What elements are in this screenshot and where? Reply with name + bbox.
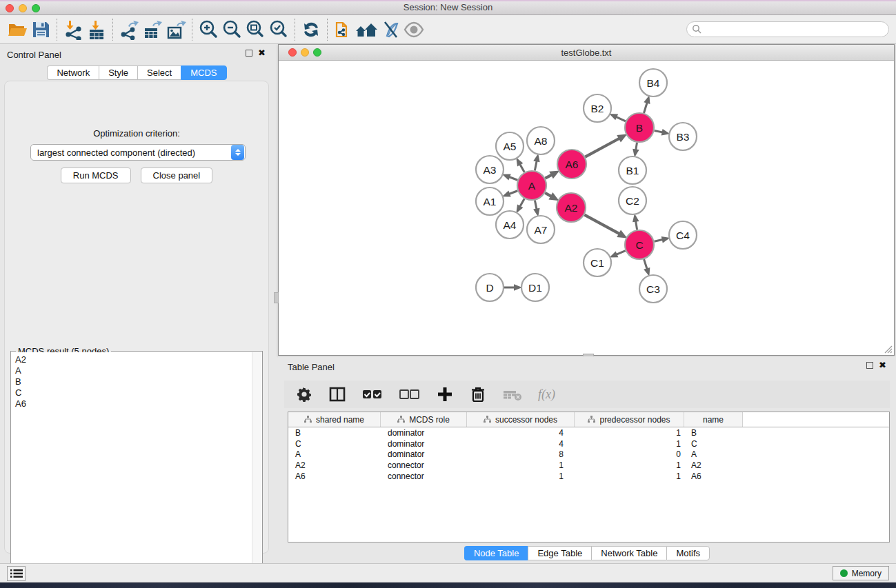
network-edge-A6-B[interactable] xyxy=(585,134,627,157)
close-panel-icon[interactable]: ✖ xyxy=(258,50,266,57)
table-cell[interactable]: 4 xyxy=(467,439,575,449)
close-table-panel-icon[interactable]: ✖ xyxy=(879,362,886,369)
network-edge-A-A3[interactable] xyxy=(502,174,518,180)
delete-table-icon[interactable] xyxy=(502,384,523,405)
table-cell[interactable]: B xyxy=(684,428,743,438)
table-cell[interactable]: B xyxy=(288,428,381,438)
network-edge-C-C1[interactable] xyxy=(609,251,625,258)
tab-mcds[interactable]: MCDS xyxy=(181,65,226,80)
network-node-C4[interactable]: C4 xyxy=(669,221,697,249)
function-builder-icon[interactable]: f(x) xyxy=(538,387,555,402)
network-edge-A-A8[interactable] xyxy=(533,154,539,171)
network-node-D1[interactable]: D1 xyxy=(521,274,549,301)
table-cell[interactable]: 0 xyxy=(575,449,684,459)
table-cell[interactable]: 1 xyxy=(467,472,575,481)
column-header-successor-nodes[interactable]: successor nodes xyxy=(467,412,575,427)
tab-network[interactable]: Network xyxy=(47,65,99,80)
zoom-in-icon[interactable] xyxy=(197,18,220,41)
mcds-result-item[interactable]: A xyxy=(15,365,248,376)
apply-layout-icon[interactable] xyxy=(299,18,323,41)
task-history-button[interactable] xyxy=(7,566,26,581)
mcds-result-item[interactable]: A2 xyxy=(15,354,248,365)
select-all-icon[interactable] xyxy=(361,384,384,405)
network-edge-A-A4[interactable] xyxy=(516,199,524,213)
table-cell[interactable]: A6 xyxy=(288,472,381,481)
table-cell[interactable]: 1 xyxy=(575,439,684,449)
zoom-selected-icon[interactable] xyxy=(267,18,290,41)
close-panel-button[interactable]: Close panel xyxy=(141,168,213,183)
mcds-result-item[interactable]: A6 xyxy=(15,398,248,409)
table-cell[interactable]: dominator xyxy=(381,449,467,459)
network-edge-B-B1[interactable] xyxy=(633,143,639,158)
table-row[interactable]: A2connector11A2 xyxy=(288,460,889,471)
network-node-A1[interactable]: A1 xyxy=(476,187,504,215)
table-cell[interactable]: dominator xyxy=(381,439,467,449)
network-node-B2[interactable]: B2 xyxy=(584,94,611,122)
table-row[interactable]: A6connector11A6 xyxy=(288,471,889,482)
network-node-A6[interactable]: A6 xyxy=(557,150,586,179)
network-window-titlebar[interactable]: testGlobe.txt xyxy=(279,45,894,61)
show-hide-graphics-icon[interactable] xyxy=(402,18,426,41)
network-node-B1[interactable]: B1 xyxy=(619,156,646,184)
table-cell[interactable]: A2 xyxy=(684,460,743,470)
table-row[interactable]: Cdominator41C xyxy=(288,438,889,449)
export-image-icon[interactable] xyxy=(164,18,188,41)
network-canvas[interactable]: B4B2BB3A5A8A6A3B1AA1C2A2A4A7C4CC1C3DD1 xyxy=(279,61,894,355)
network-node-A4[interactable]: A4 xyxy=(496,211,524,239)
network-node-A3[interactable]: A3 xyxy=(476,156,504,183)
hide-annotations-icon[interactable] xyxy=(379,18,402,41)
network-node-A5[interactable]: A5 xyxy=(496,132,524,160)
import-network-icon[interactable] xyxy=(61,18,85,41)
node-table[interactable]: shared nameMCDS rolesuccessor nodesprede… xyxy=(288,412,890,543)
export-table-icon[interactable] xyxy=(141,18,164,41)
table-cell[interactable]: A xyxy=(684,449,743,459)
result-scrollbar[interactable] xyxy=(252,352,261,584)
search-field[interactable] xyxy=(686,21,889,37)
network-node-B4[interactable]: B4 xyxy=(639,69,667,97)
zoom-out-icon[interactable] xyxy=(220,18,243,41)
float-panel-icon[interactable] xyxy=(246,50,252,57)
network-edge-D-D1[interactable] xyxy=(504,284,522,291)
network-node-A2[interactable]: A2 xyxy=(557,193,586,222)
tab-network-table[interactable]: Network Table xyxy=(591,546,666,560)
network-node-C2[interactable]: C2 xyxy=(619,187,646,214)
search-input[interactable] xyxy=(702,23,888,36)
table-cell[interactable]: 8 xyxy=(467,449,575,459)
import-table-icon[interactable] xyxy=(85,18,108,41)
table-cell[interactable]: 1 xyxy=(467,460,575,470)
tab-select[interactable]: Select xyxy=(137,65,181,80)
table-cell[interactable]: A6 xyxy=(684,472,743,481)
table-row[interactable]: Adominator80A xyxy=(288,449,889,460)
network-edge-A-A5[interactable] xyxy=(516,158,524,172)
network-edge-A-A1[interactable] xyxy=(502,191,518,197)
network-edge-A-A2[interactable] xyxy=(545,192,559,201)
table-cell[interactable]: 1 xyxy=(575,428,684,438)
network-edge-C-C2[interactable] xyxy=(633,214,639,230)
criterion-dropdown[interactable]: largest connected component (directed) xyxy=(30,144,246,161)
table-cell[interactable]: connector xyxy=(381,460,467,470)
network-edge-C-C4[interactable] xyxy=(654,236,670,243)
splitter-handle[interactable] xyxy=(274,292,279,303)
network-node-B[interactable]: B xyxy=(625,113,654,142)
network-edge-B-B3[interactable] xyxy=(655,129,670,135)
zoom-fit-icon[interactable] xyxy=(243,18,267,41)
table-cell[interactable]: dominator xyxy=(381,428,467,438)
network-edge-B-B4[interactable] xyxy=(644,95,650,113)
network-node-C[interactable]: C xyxy=(625,230,654,259)
run-mcds-button[interactable]: Run MCDS xyxy=(61,168,131,183)
network-edge-A-A6[interactable] xyxy=(545,170,559,179)
add-column-icon[interactable] xyxy=(436,384,454,405)
table-cell[interactable]: C xyxy=(288,439,381,449)
column-header-shared-name[interactable]: shared name xyxy=(288,412,381,427)
table-cell[interactable]: 4 xyxy=(467,428,575,438)
tab-motifs[interactable]: Motifs xyxy=(666,546,710,560)
network-edge-A2-C[interactable] xyxy=(584,215,627,239)
network-document-icon[interactable] xyxy=(332,18,355,41)
home-icon[interactable] xyxy=(355,18,379,41)
column-header-predecessor-nodes[interactable]: predecessor nodes xyxy=(575,412,684,427)
network-node-C3[interactable]: C3 xyxy=(639,275,667,303)
network-node-D[interactable]: D xyxy=(476,274,504,301)
column-layout-icon[interactable] xyxy=(328,384,346,405)
open-session-icon[interactable] xyxy=(6,18,29,41)
network-node-A8[interactable]: A8 xyxy=(527,127,555,154)
